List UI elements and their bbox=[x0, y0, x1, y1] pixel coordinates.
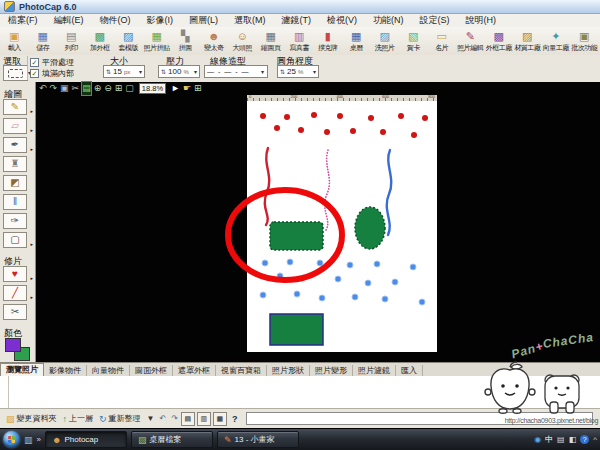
toolbar-button[interactable]: ▤ 列印 bbox=[57, 27, 86, 55]
toolbar-button[interactable]: ✎ 照片編輯 bbox=[456, 27, 485, 55]
menu-item[interactable]: 檔案(F) bbox=[0, 14, 46, 27]
menu-item[interactable]: 功能(N) bbox=[365, 14, 412, 27]
tool-button[interactable]: ‖ bbox=[3, 194, 27, 210]
tool-button[interactable]: ✑ bbox=[3, 213, 27, 229]
browse-panel[interactable] bbox=[0, 376, 600, 409]
tray-icon[interactable]: ▤ bbox=[557, 435, 565, 445]
canvas-tool-icon[interactable]: ▤ bbox=[82, 82, 91, 95]
tray-icon[interactable]: ◧ bbox=[569, 435, 577, 445]
canvas-tool-icon[interactable]: ☛ bbox=[183, 82, 191, 95]
toolbar-button[interactable]: ▦ 縮圖頁 bbox=[257, 27, 286, 55]
menu-item[interactable]: 影像(I) bbox=[139, 14, 182, 27]
toolbar-overflow-icon[interactable]: » bbox=[37, 435, 41, 444]
toolbar-button[interactable]: ▣ 載入 bbox=[0, 27, 29, 55]
browse-button[interactable]: ▨ 變更資料夾 bbox=[3, 411, 60, 427]
bottom-tab[interactable]: 瀏覽照片 bbox=[0, 363, 44, 377]
view-mode-icon[interactable]: ▤ bbox=[181, 412, 195, 426]
browse-small-icon[interactable]: ▼ bbox=[146, 414, 156, 423]
foreground-color-swatch[interactable] bbox=[5, 338, 21, 352]
toolbar-button[interactable]: ▭ 名片 bbox=[428, 27, 457, 55]
canvas-area[interactable]: ↶↷▣✂▤⊕⊖⊞▢ 18.8% ►☛⊞ 0200400600800 bbox=[36, 82, 600, 362]
tool-button[interactable]: ╱ bbox=[3, 285, 27, 301]
canvas-tool-icon[interactable]: ► bbox=[171, 82, 180, 95]
toolbar-button[interactable]: ▮ 撲克牌 bbox=[314, 27, 343, 55]
toolbar-button[interactable]: ▩ 加外框 bbox=[86, 27, 115, 55]
canvas-tool-icon[interactable]: ▢ bbox=[125, 82, 134, 95]
toolbar-button[interactable]: ▩ 外框工廠 bbox=[485, 27, 514, 55]
canvas-tool-icon[interactable]: ↷ bbox=[50, 82, 58, 95]
canvas-tool-icon[interactable]: ↶ bbox=[39, 82, 47, 95]
toolbar-button[interactable]: ✦ 向量工廠 bbox=[542, 27, 571, 55]
toolbar-button[interactable]: ▨ 套模版 bbox=[114, 27, 143, 55]
toolbar-button[interactable]: ▨ 材質工廠 bbox=[513, 27, 542, 55]
tool-button[interactable]: ▢ bbox=[3, 232, 27, 248]
tray-icon[interactable]: ◉ bbox=[534, 435, 541, 445]
toolbar-button[interactable]: ☻ 變太奇 bbox=[200, 27, 229, 55]
tool-button[interactable]: ♥ bbox=[3, 266, 27, 282]
toolbar-button[interactable]: ▦ 照片拼貼 bbox=[143, 27, 172, 55]
canvas-tool-icon[interactable]: ⊖ bbox=[104, 82, 112, 95]
toolbar-button[interactable]: ▧ 賀卡 bbox=[399, 27, 428, 55]
smooth-checkbox[interactable]: ✓ 平滑處理 bbox=[30, 57, 74, 68]
toolbar-button[interactable]: ▦ 桌曆 bbox=[342, 27, 371, 55]
tray-icon[interactable]: 中 bbox=[545, 435, 553, 445]
taskbar-button[interactable]: ✎ 13 - 小畫家 bbox=[217, 431, 299, 448]
toolbar-button[interactable]: ▦ 儲存 bbox=[29, 27, 58, 55]
taskbar-button[interactable]: ▨ 桌曆檔案 bbox=[131, 431, 213, 448]
browse-button[interactable]: ↑ 上一層 bbox=[60, 411, 97, 427]
canvas-tool-icon[interactable]: ▣ bbox=[60, 82, 69, 95]
pressure-spinner[interactable]: ⇅ 100 % ▾ bbox=[158, 65, 200, 78]
tool-button[interactable]: ▱ bbox=[3, 118, 27, 134]
path-input[interactable] bbox=[246, 412, 593, 425]
canvas-tool-icon[interactable]: ⊞ bbox=[115, 82, 123, 95]
menu-item[interactable]: 說明(H) bbox=[458, 14, 505, 27]
taskbar-buttons: ☻ Photocap ▨ 桌曆檔案 ✎ 13 - 小畫家 bbox=[45, 431, 299, 448]
view-mode-icon[interactable]: ▦ bbox=[213, 412, 227, 426]
menu-item[interactable]: 選取(M) bbox=[226, 14, 274, 27]
canvas-tool-icon[interactable]: ⊞ bbox=[194, 82, 202, 95]
menu-item[interactable]: 檢視(V) bbox=[319, 14, 365, 27]
toolbar-button-icon: ▧ bbox=[408, 30, 418, 43]
fill-inside-checkbox[interactable]: ✓ 填滿內部 bbox=[30, 68, 74, 79]
dropdown-arrow-icon[interactable]: ▾ bbox=[261, 68, 265, 75]
help-button[interactable]: ? bbox=[229, 414, 241, 424]
rect-select-tool[interactable] bbox=[3, 65, 28, 81]
toolbar-button[interactable]: ▥ 寫真書 bbox=[285, 27, 314, 55]
view-mode-icon[interactable]: ▥ bbox=[197, 412, 211, 426]
canvas-tool-icon[interactable]: ⊕ bbox=[94, 82, 102, 95]
size-spinner[interactable]: ⇅ 15 px ▾ bbox=[103, 65, 145, 78]
browse-button[interactable]: ↻ 重新整理 bbox=[96, 411, 144, 427]
dropdown-arrow-icon[interactable]: ▾ bbox=[313, 68, 316, 75]
tool-button[interactable]: ◩ bbox=[3, 175, 27, 191]
toolbar-button[interactable]: ▨ 洗照片 bbox=[371, 27, 400, 55]
start-button[interactable] bbox=[3, 431, 20, 448]
tool-button[interactable]: ✒ bbox=[3, 137, 27, 153]
tray-icon[interactable]: ? bbox=[580, 435, 589, 444]
quick-launch-icon[interactable]: ▥ bbox=[24, 435, 33, 445]
menu-item[interactable]: 設定(S) bbox=[412, 14, 458, 27]
tool-button[interactable]: ✂ bbox=[3, 304, 27, 320]
canvas-tool-icon[interactable]: ✂ bbox=[72, 82, 80, 95]
spinner-arrows-icon[interactable]: ⇅ bbox=[106, 68, 111, 75]
dropdown-arrow-icon[interactable]: ▾ bbox=[194, 68, 197, 75]
browse-small-icon[interactable]: ↶ bbox=[158, 414, 167, 423]
tool-button[interactable]: ✎ bbox=[3, 99, 27, 115]
toolbar-button[interactable]: ▚ 拼圖 bbox=[171, 27, 200, 55]
tool-button[interactable]: ♜ bbox=[3, 156, 27, 172]
menu-item[interactable]: 編輯(E) bbox=[46, 14, 92, 27]
toolbar-button-label: 載入 bbox=[8, 43, 21, 52]
menu-item[interactable]: 物件(O) bbox=[92, 14, 139, 27]
title-bar: PhotoCap 6.0 bbox=[0, 0, 600, 14]
browse-small-icon[interactable]: ↷ bbox=[170, 414, 179, 423]
toolbar-button[interactable]: ☺ 大頭照 bbox=[228, 27, 257, 55]
spinner-arrows-icon[interactable]: ⇅ bbox=[280, 68, 285, 75]
menu-item[interactable]: 濾鏡(T) bbox=[274, 14, 320, 27]
taskbar-button[interactable]: ☻ Photocap bbox=[45, 431, 127, 448]
menu-item[interactable]: 圖層(L) bbox=[181, 14, 226, 27]
dropdown-arrow-icon[interactable]: ▾ bbox=[139, 68, 142, 75]
line-style-dropdown[interactable]: — - — - — ▾ bbox=[204, 65, 268, 78]
toolbar-button[interactable]: ▣ 批次功能 bbox=[570, 27, 599, 55]
corner-spinner[interactable]: ⇅ 25 % ▾ bbox=[277, 65, 319, 78]
spinner-arrows-icon[interactable]: ⇅ bbox=[161, 68, 166, 75]
tray-icon[interactable]: ^ bbox=[593, 435, 597, 445]
